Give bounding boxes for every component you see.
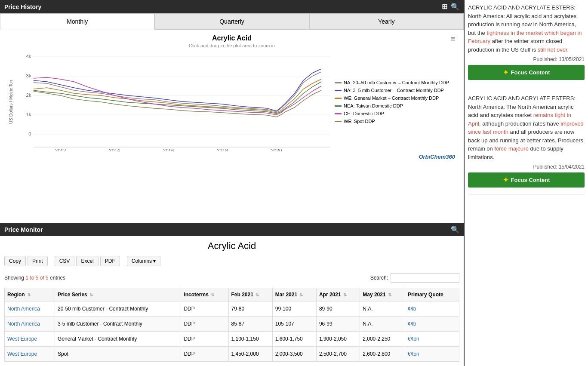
toolbar: Copy Print CSV Excel PDF Columns ▾ [4, 256, 160, 266]
svg-text:2020: 2020 [271, 148, 282, 151]
chart-legend: NA: 20–50 mlb Customer – Contract Monthl… [335, 52, 455, 151]
svg-text:3k: 3k [26, 73, 31, 78]
sort-icon-price-series: ⇅ [89, 292, 93, 297]
svg-text:2018: 2018 [217, 148, 228, 151]
legend-label-we-general: WE: General Market – Contract Monthly DD… [344, 95, 439, 101]
col-region[interactable]: Region ⇅ [5, 288, 55, 301]
chart-menu-icon[interactable]: ≡ [450, 34, 455, 43]
price-monitor-content: Acrylic Acid Copy Print CSV Excel PDF Co… [0, 236, 464, 366]
price-history-title: Price History [4, 3, 41, 10]
table-icon[interactable]: ⊞ [442, 3, 447, 11]
star-icon-2: ✦ [503, 176, 508, 184]
primary-quote-link[interactable]: ¢/lb [408, 321, 416, 327]
legend-item-we-general: WE: General Market – Contract Monthly DD… [335, 95, 455, 101]
sort-icon-incoterms: ⇅ [211, 292, 214, 297]
columns-button[interactable]: Columns ▾ [127, 256, 160, 266]
cell-feb: 1,100-1,150 [228, 332, 272, 347]
cell-incoterms: DDP [181, 301, 228, 317]
col-feb2021[interactable]: Feb 2021 ⇅ [228, 288, 272, 301]
tab-bar: Monthly Quarterly Yearly [0, 13, 464, 30]
pdf-button[interactable]: PDF [100, 256, 120, 266]
region-link[interactable]: West Europe [7, 336, 37, 342]
copy-button[interactable]: Copy [4, 256, 26, 266]
primary-quote-link[interactable]: ¢/lb [408, 306, 416, 312]
svg-text:0: 0 [28, 131, 31, 136]
cell-may: 2,600-2,800 [360, 347, 405, 362]
price-monitor-header: Price Monitor 🔍 [0, 223, 464, 236]
data-table: Region ⇅ Price Series ⇅ Incoterms ⇅ Feb … [4, 288, 459, 362]
search-input[interactable] [391, 273, 459, 283]
col-price-series[interactable]: Price Series ⇅ [55, 288, 181, 301]
cell-region[interactable]: North America [5, 301, 55, 317]
cell-primary-quote[interactable]: ¢/lb [405, 317, 459, 332]
col-mar2021[interactable]: Mar 2021 ⇅ [272, 288, 316, 301]
focus-content-button-1[interactable]: ✦ Focus Content [468, 65, 585, 80]
cell-feb: 85-87 [228, 317, 272, 332]
cell-may: N.A. [360, 301, 405, 317]
columns-chevron-icon: ▾ [153, 258, 156, 264]
primary-quote-link[interactable]: €/ton [408, 351, 419, 357]
focus-content-label-2: Focus Content [511, 177, 550, 183]
cell-primary-quote[interactable]: €/ton [405, 332, 459, 347]
cell-incoterms: DDP [181, 332, 228, 347]
chart-subtitle: Click and drag in the plot area to zoom … [9, 43, 455, 48]
price-monitor-title: Price Monitor [4, 226, 43, 233]
search-icon[interactable]: 🔍 [451, 3, 459, 11]
cell-apr: 96-99 [316, 317, 360, 332]
chart-area: Acrylic Acid Click and drag in the plot … [0, 30, 464, 223]
cell-region[interactable]: West Europe [5, 332, 55, 347]
cell-mar: 1,600-1,750 [272, 332, 316, 347]
table-row: North America3-5 mlb Customer - Contract… [5, 317, 459, 332]
cell-region[interactable]: West Europe [5, 347, 55, 362]
legend-label-na-20: NA: 20–50 mlb Customer – Contract Monthl… [344, 80, 449, 85]
cell-primary-quote[interactable]: ¢/lb [405, 301, 459, 317]
sort-icon-apr: ⇅ [343, 292, 347, 297]
svg-text:1k: 1k [26, 112, 31, 117]
col-incoterms[interactable]: Incoterms ⇅ [181, 288, 228, 301]
article-2-date: Published: 15/04/2021 [468, 164, 585, 170]
col-may2021[interactable]: May 2021 ⇅ [360, 288, 405, 301]
region-link[interactable]: North America [7, 321, 40, 327]
region-link[interactable]: North America [7, 306, 40, 312]
csv-button[interactable]: CSV [55, 256, 75, 266]
chart-svg[interactable]: 4k 3k 2k 1k 0 2012 2014 2016 2018 2020 [15, 52, 330, 151]
tab-quarterly[interactable]: Quarterly [154, 13, 309, 30]
article-1-text: ACRYLIC ACID AND ACRYLATE ESTERS: North … [468, 3, 585, 54]
pm-title: Acrylic Acid [4, 240, 459, 252]
article-2: ACRYLIC ACID AND ACRYLATE ESTERS: North … [468, 94, 585, 195]
col-primary-quote[interactable]: Primary Quote [405, 288, 459, 301]
cell-mar: 99-100 [272, 301, 316, 317]
tab-yearly[interactable]: Yearly [309, 13, 464, 30]
legend-label-ch: CH: Domestic DDP [344, 111, 384, 116]
search-label: Search: [370, 275, 388, 281]
orbichem-logo: OrbiChem360 [9, 154, 455, 160]
cell-mar: 105-107 [272, 317, 316, 332]
cell-region[interactable]: North America [5, 317, 55, 332]
sort-icon-may: ⇅ [388, 292, 391, 297]
cell-price-series: Spot [55, 347, 181, 362]
price-monitor-search-icon[interactable]: 🔍 [451, 225, 459, 234]
header-icons: ⊞ 🔍 [442, 3, 459, 11]
cell-primary-quote[interactable]: €/ton [405, 347, 459, 362]
cell-apr: 89-90 [316, 301, 360, 317]
article-2-text: ACRYLIC ACID AND ACRYLATE ESTERS: North … [468, 94, 585, 161]
tab-monthly[interactable]: Monthly [0, 13, 154, 30]
print-button[interactable]: Print [28, 256, 48, 266]
svg-text:2012: 2012 [55, 148, 66, 151]
cell-incoterms: DDP [181, 317, 228, 332]
legend-label-we-spot: WE: Spot DDP [344, 119, 375, 124]
col-apr2021[interactable]: Apr 2021 ⇅ [316, 288, 360, 301]
sort-icon-feb: ⇅ [256, 292, 259, 297]
table-row: North America20-50 mlb Customer - Contra… [5, 301, 459, 317]
focus-content-button-2[interactable]: ✦ Focus Content [468, 172, 585, 188]
table-header-row: Region ⇅ Price Series ⇅ Incoterms ⇅ Feb … [5, 288, 459, 301]
legend-item-na-20: NA: 20–50 mlb Customer – Contract Monthl… [335, 80, 455, 85]
region-link[interactable]: West Europe [7, 351, 37, 357]
cell-incoterms: DDP [181, 347, 228, 362]
svg-text:2k: 2k [26, 92, 31, 98]
columns-label: Columns [132, 258, 152, 264]
table-row: West EuropeGeneral Market - Contract Mon… [5, 332, 459, 347]
excel-button[interactable]: Excel [76, 256, 98, 266]
article-1-date: Published: 13/05/2021 [468, 56, 585, 62]
primary-quote-link[interactable]: €/ton [408, 336, 419, 342]
